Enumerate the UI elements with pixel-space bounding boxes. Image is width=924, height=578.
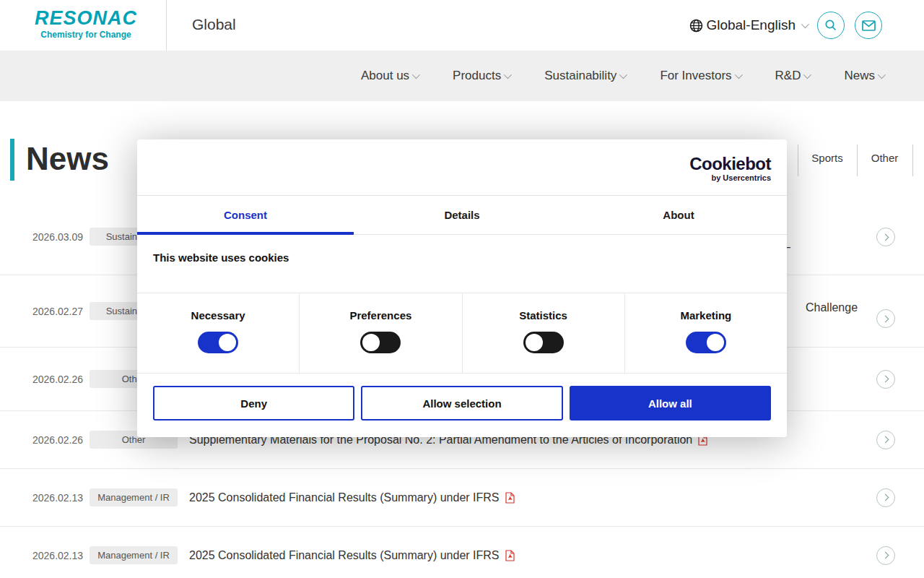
nav-news[interactable]: News bbox=[844, 69, 884, 83]
toggle-cell-statistics: Statistics bbox=[462, 293, 624, 373]
main-nav: About us Products Sustainability For Inv… bbox=[0, 51, 924, 101]
nav-sustainability[interactable]: Sustainability bbox=[544, 69, 625, 83]
tab-other[interactable]: Other bbox=[857, 152, 912, 164]
tab-details[interactable]: Details bbox=[354, 196, 570, 234]
nav-products[interactable]: Products bbox=[453, 69, 510, 83]
news-date: 2026.02.26 bbox=[32, 434, 83, 446]
logo-tagline: Chemistry for Change bbox=[32, 30, 140, 40]
search-button[interactable] bbox=[817, 12, 845, 39]
tab-consent[interactable]: Consent bbox=[137, 196, 354, 234]
site-label: Global bbox=[192, 16, 236, 33]
tab-divider bbox=[912, 144, 913, 176]
chevron-right-icon[interactable] bbox=[876, 546, 895, 565]
chevron-down-icon bbox=[801, 20, 809, 28]
news-title-fragment: Challenge bbox=[806, 301, 858, 314]
cookiebot-logo: Cookiebot by Usercentrics bbox=[689, 155, 771, 182]
toggle-cell-marketing: Marketing bbox=[624, 293, 787, 373]
page-title: News bbox=[26, 139, 109, 181]
toggle-cell-necessary: Necessary bbox=[137, 293, 299, 373]
chevron-right-icon[interactable] bbox=[876, 431, 895, 449]
cookie-consent-dialog: Cookiebot by Usercentrics Consent Detail… bbox=[137, 139, 787, 437]
cookie-dialog-tabs: Consent Details About bbox=[137, 195, 787, 235]
cookie-dialog-heading: This website uses cookies bbox=[153, 251, 289, 264]
chevron-down-icon bbox=[504, 71, 512, 79]
mail-icon bbox=[862, 20, 876, 31]
chevron-right-icon[interactable] bbox=[876, 309, 895, 328]
resonac-news-page: RESONAC Chemistry for Change Global Glob… bbox=[0, 0, 924, 578]
news-category-badge: Management / IR bbox=[90, 546, 178, 564]
statistics-toggle[interactable] bbox=[523, 332, 564, 353]
preferences-toggle[interactable] bbox=[360, 332, 401, 353]
contact-button[interactable] bbox=[855, 12, 882, 39]
nav-for-investors[interactable]: For Investors bbox=[660, 69, 740, 83]
nav-about-us[interactable]: About us bbox=[361, 69, 418, 83]
search-icon bbox=[824, 19, 837, 32]
page-title-block: News bbox=[10, 139, 109, 181]
chevron-right-icon[interactable] bbox=[876, 488, 895, 507]
marketing-toggle[interactable] bbox=[686, 332, 726, 353]
chevron-down-icon bbox=[878, 71, 886, 79]
news-row[interactable]: 2026.02.13 Management / IR 2025 Consolid… bbox=[0, 526, 924, 578]
allow-all-button[interactable]: Allow all bbox=[570, 386, 771, 420]
news-date: 2026.02.13 bbox=[32, 550, 83, 561]
header-actions: Global-English bbox=[689, 0, 882, 51]
cookie-toggle-grid: Necessary Preferences Statistics Marketi… bbox=[137, 293, 787, 374]
resonac-logo[interactable]: RESONAC Chemistry for Change bbox=[32, 7, 140, 40]
cookie-dialog-buttons: Deny Allow selection Allow all bbox=[153, 386, 771, 420]
pdf-icon bbox=[505, 550, 515, 561]
chevron-down-icon bbox=[619, 71, 627, 79]
necessary-toggle[interactable] bbox=[198, 332, 238, 353]
header-divider bbox=[166, 0, 167, 51]
news-date: 2026.03.09 bbox=[32, 231, 83, 243]
language-label: Global-English bbox=[706, 17, 796, 33]
news-title[interactable]: 2025 Consolidated Financial Results (Sum… bbox=[189, 549, 845, 562]
news-date: 2026.02.13 bbox=[32, 492, 83, 504]
toggle-cell-preferences: Preferences bbox=[299, 293, 461, 373]
chevron-down-icon bbox=[412, 71, 420, 79]
chevron-right-icon[interactable] bbox=[876, 370, 895, 389]
news-date: 2026.02.27 bbox=[32, 306, 83, 317]
news-category-badge: Management / IR bbox=[90, 488, 178, 506]
nav-rd[interactable]: R&D bbox=[775, 69, 810, 83]
news-date: 2026.02.26 bbox=[32, 374, 83, 385]
allow-selection-button[interactable]: Allow selection bbox=[361, 386, 562, 420]
pdf-icon bbox=[505, 492, 515, 504]
chevron-down-icon bbox=[803, 71, 811, 79]
news-title[interactable]: 2025 Consolidated Financial Results (Sum… bbox=[189, 491, 845, 504]
deny-button[interactable]: Deny bbox=[153, 386, 354, 420]
language-selector[interactable]: Global-English bbox=[689, 17, 807, 33]
tab-sports[interactable]: Sports bbox=[798, 152, 857, 164]
news-row[interactable]: 2026.02.13 Management / IR 2025 Consolid… bbox=[0, 468, 924, 526]
title-accent-bar bbox=[10, 139, 14, 181]
chevron-right-icon[interactable] bbox=[876, 228, 895, 246]
logo-wordmark: RESONAC bbox=[32, 7, 140, 29]
globe-icon bbox=[689, 19, 703, 33]
chevron-down-icon bbox=[734, 71, 742, 79]
tab-about[interactable]: About bbox=[570, 196, 787, 234]
site-header: RESONAC Chemistry for Change Global Glob… bbox=[0, 0, 924, 51]
